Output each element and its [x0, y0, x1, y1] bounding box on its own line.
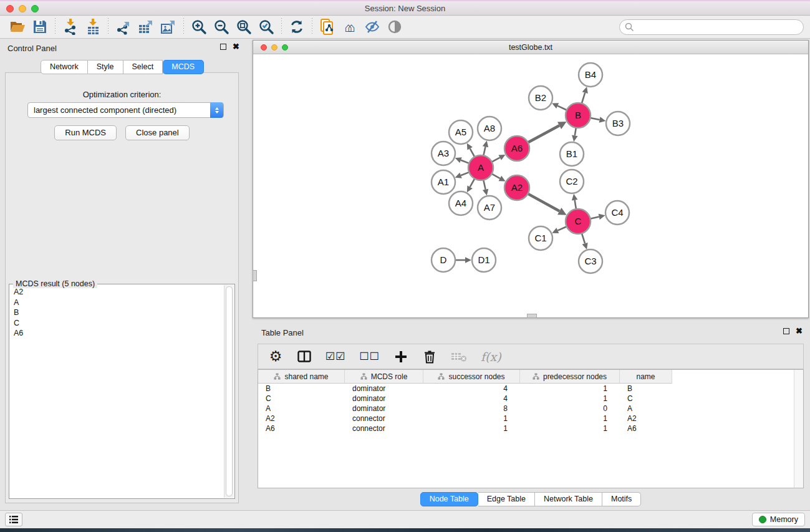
export-network-icon[interactable] [112, 17, 135, 36]
task-history-button[interactable] [5, 513, 22, 526]
cell-shared-name[interactable]: A6 [258, 423, 345, 433]
network-window-titlebar[interactable]: testGlobe.txt [253, 41, 808, 54]
column-header-MCDS-role[interactable]: MCDS role [345, 370, 423, 384]
graph-edge-A-A6[interactable] [492, 158, 500, 162]
mcds-result-item[interactable]: A2 [10, 287, 224, 297]
graph-edge-C-C4[interactable] [591, 217, 599, 219]
cell-name[interactable]: C [620, 394, 672, 404]
close-panel-button[interactable]: Close panel [125, 125, 190, 140]
cell-MCDS-role[interactable]: dominator [345, 404, 423, 414]
graph-edge-A-A4[interactable] [470, 178, 475, 186]
float-panel-icon[interactable] [220, 44, 226, 50]
cell-name[interactable]: B [620, 384, 672, 394]
graph-edge-B-B1[interactable] [575, 128, 576, 136]
cell-MCDS-role[interactable]: dominator [345, 394, 423, 404]
graph-edge-A-A7[interactable] [483, 180, 485, 190]
table-row[interactable]: Adominator80A [258, 404, 803, 414]
open-session-icon[interactable] [6, 17, 29, 36]
tab-motifs[interactable]: Motifs [602, 492, 641, 506]
zoom-fit-icon[interactable] [233, 17, 255, 36]
tab-node-table[interactable]: Node Table [420, 492, 478, 506]
zoom-out-icon[interactable] [210, 17, 233, 36]
first-neighbors-icon[interactable]: ⌂⌂ [339, 17, 361, 36]
mcds-result-item[interactable]: A6 [10, 328, 224, 339]
column-header-successor-nodes[interactable]: successor nodes [423, 370, 520, 384]
mcds-result-item[interactable]: B [10, 307, 224, 318]
table-row[interactable]: Bdominator41B [258, 384, 803, 394]
cell-MCDS-role[interactable]: dominator [345, 384, 423, 394]
cell-predecessor-nodes[interactable]: 1 [520, 394, 620, 404]
graph-svg[interactable]: B4B2BB3A8A5A6B1A3AC2A1A2A4A7C4CC1C3DD1 [253, 54, 808, 317]
graph-edge-C-C3[interactable] [582, 233, 585, 243]
cell-predecessor-nodes[interactable]: 0 [520, 404, 620, 414]
mcds-result-item[interactable]: A [10, 297, 224, 308]
search-field[interactable] [619, 19, 804, 35]
graph-edge-C-C1[interactable] [557, 226, 566, 230]
table-row[interactable]: Cdominator41C [258, 394, 803, 404]
graph-edge-A-A5[interactable] [470, 148, 475, 157]
float-table-panel-icon[interactable] [783, 328, 789, 334]
tab-network-table[interactable]: Network Table [535, 492, 602, 506]
show-all-icon[interactable] [383, 17, 406, 36]
cell-predecessor-nodes[interactable]: 1 [520, 414, 620, 423]
graph-edge-B-B4[interactable] [582, 93, 585, 104]
dropdown-stepper-icon[interactable] [210, 102, 223, 118]
cell-successor-nodes[interactable]: 8 [423, 404, 520, 414]
run-mcds-button[interactable]: Run MCDS [54, 125, 117, 140]
column-header-predecessor-nodes[interactable]: predecessor nodes [520, 370, 620, 384]
graph-edge-A-A2[interactable] [492, 174, 500, 178]
graph-edge-A6-B[interactable] [528, 125, 560, 142]
node-table[interactable]: shared nameMCDS rolesuccessor nodesprede… [258, 369, 804, 488]
graph-edge-B-B3[interactable] [591, 118, 600, 120]
network-left-scroll-thumb[interactable] [253, 270, 257, 281]
graph-edge-A-A3[interactable] [461, 160, 469, 163]
graph-edge-A-A1[interactable] [461, 172, 469, 175]
export-table-icon[interactable] [135, 17, 157, 36]
cell-name[interactable]: A2 [620, 414, 672, 423]
cell-MCDS-role[interactable]: connector [345, 414, 423, 423]
column-header-shared-name[interactable]: shared name [258, 370, 345, 384]
cell-successor-nodes[interactable]: 1 [423, 423, 520, 433]
table-scrollbar[interactable] [794, 370, 803, 488]
graph-edge-C-C2[interactable] [575, 200, 576, 210]
table-settings-icon[interactable]: ⚙ [268, 349, 283, 364]
deselect-all-icon[interactable]: ☐☐ [359, 350, 379, 363]
tab-select[interactable]: Select [123, 60, 163, 74]
cell-successor-nodes[interactable]: 1 [423, 414, 520, 423]
cell-shared-name[interactable]: A [258, 404, 345, 414]
cell-shared-name[interactable]: A2 [258, 414, 345, 423]
table-row[interactable]: A6connector11A6 [258, 423, 803, 433]
cell-MCDS-role[interactable]: connector [345, 423, 423, 433]
table-row[interactable]: A2connector11A2 [258, 414, 803, 423]
cell-predecessor-nodes[interactable]: 1 [520, 384, 620, 394]
graph-edge-B-B2[interactable] [557, 106, 567, 110]
select-all-icon[interactable]: ☑☑ [325, 350, 345, 363]
result-scrollbar[interactable] [224, 285, 234, 498]
memory-button[interactable]: Memory [752, 513, 805, 526]
import-table-icon[interactable] [82, 17, 104, 36]
cell-successor-nodes[interactable]: 4 [423, 384, 520, 394]
cell-predecessor-nodes[interactable]: 1 [520, 423, 620, 433]
refresh-layout-icon[interactable] [286, 17, 308, 36]
tab-network[interactable]: Network [41, 60, 88, 74]
cell-shared-name[interactable]: B [258, 384, 345, 394]
save-session-icon[interactable] [29, 17, 51, 36]
network-canvas[interactable]: B4B2BB3A8A5A6B1A3AC2A1A2A4A7C4CC1C3DD1 [253, 54, 808, 317]
search-input[interactable] [634, 23, 803, 32]
column-view-icon[interactable] [297, 351, 312, 362]
cell-successor-nodes[interactable]: 4 [423, 394, 520, 404]
tab-style[interactable]: Style [88, 60, 123, 74]
zoom-in-icon[interactable] [188, 17, 210, 36]
close-panel-icon[interactable]: ✖ [233, 44, 239, 50]
close-table-panel-icon[interactable]: ✖ [796, 328, 803, 334]
column-header-name[interactable]: name [620, 370, 672, 384]
new-network-from-selection-icon[interactable] [316, 17, 339, 36]
add-column-icon[interactable] [393, 351, 408, 363]
import-network-icon[interactable] [59, 17, 82, 36]
cell-shared-name[interactable]: C [258, 394, 345, 404]
graph-edge-A2-C[interactable] [528, 194, 560, 211]
tab-mcds[interactable]: MCDS [163, 60, 204, 74]
hide-selected-icon[interactable] [361, 17, 383, 36]
graph-edge-A-A8[interactable] [483, 147, 485, 155]
tab-edge-table[interactable]: Edge Table [478, 492, 535, 506]
